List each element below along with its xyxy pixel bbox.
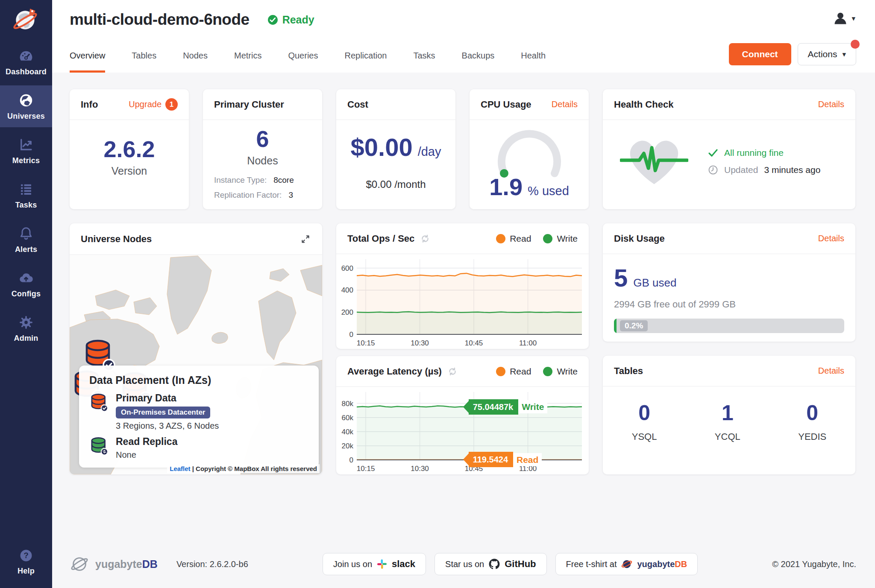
legend-write[interactable]: Write bbox=[543, 234, 578, 244]
tab-nodes[interactable]: Nodes bbox=[183, 39, 208, 73]
ycql-stat: 1 YCQL bbox=[715, 402, 740, 442]
tab-backups[interactable]: Backups bbox=[462, 39, 495, 73]
replication-factor-row: Replication Factor: 3 bbox=[214, 190, 311, 200]
health-details-link[interactable]: Details bbox=[818, 99, 844, 109]
attribution-text: | Copyright © MapBox All rights reserved bbox=[192, 465, 317, 472]
tab-tasks[interactable]: Tasks bbox=[413, 39, 435, 73]
card-title: Average Latency (µs) bbox=[347, 366, 442, 377]
svg-text:40k: 40k bbox=[342, 428, 354, 436]
heartbeat-icon bbox=[620, 133, 688, 190]
copyright-text: © 2021 Yugabyte, Inc. bbox=[772, 559, 856, 569]
tab-metrics[interactable]: Metrics bbox=[234, 39, 261, 73]
sidebar-label: Dashboard bbox=[6, 67, 47, 76]
read-dot-icon bbox=[496, 234, 505, 243]
card-title: Health Check bbox=[614, 99, 673, 110]
sidebar-label: Metrics bbox=[12, 156, 40, 165]
sidebar-item-dashboard[interactable]: Dashboard bbox=[0, 41, 52, 83]
svg-text:10:45: 10:45 bbox=[465, 465, 483, 473]
upgrade-link[interactable]: Upgrade 1 bbox=[129, 98, 178, 111]
cost-card: Cost $0.00 /day $0.00 /month bbox=[336, 89, 455, 209]
datacenter-badge: On-Premises Datacenter bbox=[116, 407, 210, 418]
primary-cluster-card: Primary Cluster 6 Nodes Instance Type: 8… bbox=[203, 89, 322, 209]
card-title: CPU Usage bbox=[481, 99, 531, 110]
tables-details-link[interactable]: Details bbox=[818, 366, 844, 376]
slack-button[interactable]: Join us on slack bbox=[323, 553, 426, 575]
actions-label: Actions bbox=[808, 49, 837, 59]
yedis-label: YEDIS bbox=[798, 431, 826, 442]
cpu-unit: % used bbox=[528, 184, 569, 198]
updated-value: 3 minutes ago bbox=[764, 165, 820, 175]
tab-replication[interactable]: Replication bbox=[344, 39, 387, 73]
speedometer-icon bbox=[18, 48, 34, 64]
svg-text:60k: 60k bbox=[342, 414, 354, 422]
tshirt-brand: yugabyteDB bbox=[637, 559, 687, 569]
health-updated-row: Updated 3 minutes ago bbox=[708, 165, 820, 175]
instance-type-value: 8core bbox=[273, 176, 294, 185]
svg-text:80k: 80k bbox=[342, 400, 354, 408]
yugabytedb-logo-icon bbox=[70, 554, 89, 574]
tab-bar: Overview Tables Nodes Metrics Queries Re… bbox=[70, 39, 856, 73]
data-placement-title: Data Placement (In AZs) bbox=[89, 374, 308, 386]
expand-icon[interactable] bbox=[300, 234, 311, 245]
gear-icon bbox=[18, 315, 34, 330]
footer-brand: yugabyteDB bbox=[95, 558, 158, 570]
connect-button[interactable]: Connect bbox=[729, 43, 791, 65]
read-dot-icon bbox=[496, 367, 505, 376]
sidebar-label: Universes bbox=[7, 112, 45, 121]
legend-write[interactable]: Write bbox=[543, 366, 578, 377]
tab-health[interactable]: Health bbox=[521, 39, 546, 73]
primary-data-row: Primary Data On-Premises Datacenter 3 Re… bbox=[89, 392, 308, 431]
check-icon bbox=[708, 148, 718, 158]
svg-text:10:45: 10:45 bbox=[465, 339, 483, 347]
world-map[interactable]: Data Placement (In AZs) Primary Data On-… bbox=[70, 255, 322, 474]
replication-factor-value: 3 bbox=[288, 190, 293, 200]
map-attribution: Leaflet | Copyright © MapBox All rights … bbox=[167, 464, 320, 473]
legend-read[interactable]: Read bbox=[496, 234, 531, 244]
sidebar-item-universes[interactable]: Universes bbox=[0, 85, 52, 127]
sidebar-item-help[interactable]: ? Help bbox=[0, 541, 52, 582]
sidebar-item-alerts[interactable]: Alerts bbox=[0, 219, 52, 260]
cpu-usage-card: CPU Usage Details 1.9 % used bbox=[470, 89, 589, 209]
cost-day-unit: /day bbox=[418, 145, 441, 159]
github-button[interactable]: Star us on GitHub bbox=[435, 553, 547, 575]
chevron-down-icon: ▾ bbox=[842, 50, 846, 59]
overview-content: Info Upgrade 1 2.6.2 Version Primary Clu… bbox=[52, 73, 875, 542]
help-icon: ? bbox=[19, 548, 33, 563]
refresh-icon[interactable] bbox=[420, 234, 430, 244]
legend-read[interactable]: Read bbox=[496, 366, 531, 377]
disk-used-unit: GB used bbox=[633, 276, 676, 290]
card-title: Total Ops / Sec bbox=[347, 233, 414, 244]
refresh-icon[interactable] bbox=[447, 366, 458, 377]
data-placement-panel: Data Placement (In AZs) Primary Data On-… bbox=[79, 366, 319, 468]
leaflet-link[interactable]: Leaflet bbox=[170, 465, 190, 472]
cpu-details-link[interactable]: Details bbox=[552, 99, 578, 109]
sidebar-item-metrics[interactable]: Metrics bbox=[0, 130, 52, 172]
actions-button[interactable]: Actions ▾ bbox=[798, 43, 856, 65]
total-ops-card: Total Ops / Sec Read Write 10:1510:3010:… bbox=[336, 223, 589, 349]
svg-text:10:30: 10:30 bbox=[411, 339, 429, 347]
cloud-upload-icon bbox=[18, 270, 34, 286]
yugabytedb-color-icon bbox=[621, 559, 632, 570]
tshirt-button[interactable]: Free t-shirt at yugabyteDB bbox=[555, 553, 698, 575]
disk-free-text: 2994 GB free out of 2999 GB bbox=[614, 299, 844, 310]
ysql-count: 0 bbox=[632, 402, 657, 424]
sidebar: Dashboard Universes Metrics Tasks bbox=[0, 0, 52, 588]
svg-text:10:15: 10:15 bbox=[357, 465, 375, 473]
tab-overview[interactable]: Overview bbox=[70, 39, 105, 73]
yugabyte-logo[interactable] bbox=[0, 0, 52, 41]
sidebar-item-configs[interactable]: Configs bbox=[0, 263, 52, 305]
tab-tables[interactable]: Tables bbox=[132, 39, 156, 73]
user-menu[interactable]: ▾ bbox=[832, 10, 855, 26]
sidebar-item-tasks[interactable]: Tasks bbox=[0, 174, 52, 216]
instance-type-row: Instance Type: 8core bbox=[214, 176, 311, 185]
disk-details-link[interactable]: Details bbox=[818, 234, 844, 243]
legend-label: Write bbox=[557, 366, 578, 377]
list-icon bbox=[18, 181, 34, 197]
tab-queries[interactable]: Queries bbox=[288, 39, 318, 73]
tshirt-brand-orange: DB bbox=[675, 559, 687, 569]
sidebar-item-admin[interactable]: Admin bbox=[0, 307, 52, 349]
check-circle-icon bbox=[267, 15, 278, 25]
sidebar-label: Admin bbox=[14, 334, 38, 343]
user-icon bbox=[832, 10, 849, 26]
sidebar-label: Alerts bbox=[15, 245, 37, 254]
